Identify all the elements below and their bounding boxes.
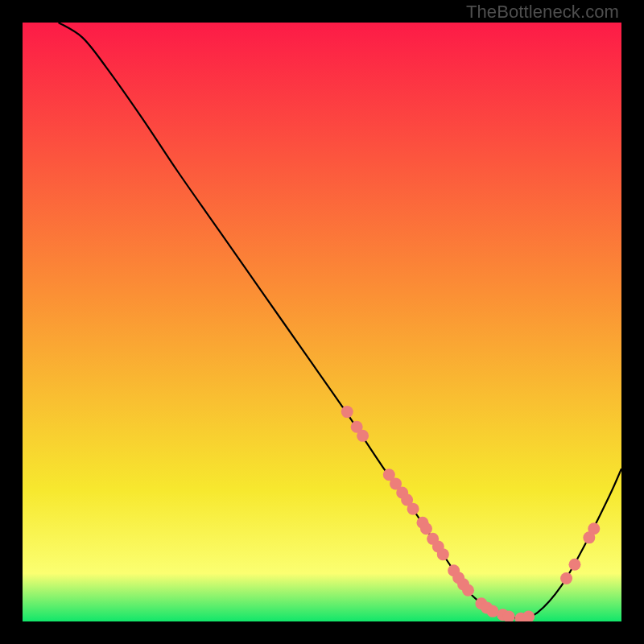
data-point xyxy=(357,430,369,442)
data-point xyxy=(437,548,449,560)
data-point xyxy=(568,559,580,571)
data-point xyxy=(588,522,600,535)
data-point xyxy=(462,584,474,597)
data-point xyxy=(341,406,353,418)
data-point xyxy=(420,522,432,535)
data-point xyxy=(407,503,419,515)
data-point xyxy=(560,572,572,584)
watermark-label: TheBottleneck.com xyxy=(466,2,619,23)
gradient-background xyxy=(23,23,621,621)
chart-svg xyxy=(23,23,621,621)
